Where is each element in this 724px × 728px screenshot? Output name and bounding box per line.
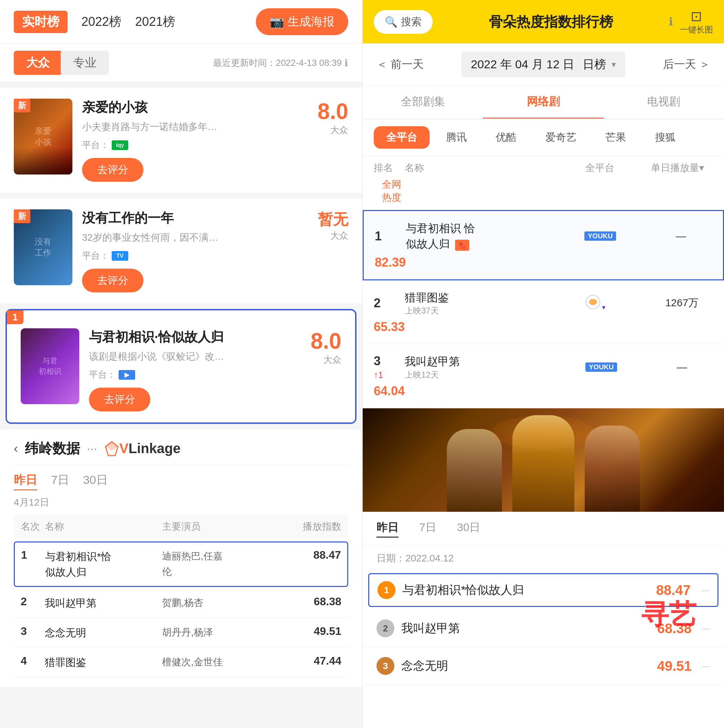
show-score-block-1: 8.0 大众: [318, 99, 348, 136]
rank-days-2: 上映37天: [405, 305, 582, 316]
search-button[interactable]: 🔍 搜索: [374, 10, 433, 34]
rank-show-title-3: 我叫赵甲第: [405, 354, 582, 369]
ranking-list-item-1: 1 与君初相识*恰似故人归 88.47 —: [368, 573, 718, 607]
list-trend-1: —: [701, 585, 709, 595]
ranking-list: 1 与君初相识*恰似故人归 88.47 — 2 我叫赵甲第 68.38 — 寻艺…: [363, 570, 724, 685]
audience-tab-public[interactable]: 大众: [14, 51, 62, 75]
rank-col-platform: 全平台: [585, 161, 648, 174]
cat-tab-web[interactable]: 网络剧: [483, 86, 603, 119]
new-badge-2: 新: [14, 210, 31, 223]
vlinkage-back-button[interactable]: ‹: [14, 441, 18, 456]
right-info-icon[interactable]: ℹ: [669, 15, 673, 28]
rank-num-2: 2: [374, 296, 401, 310]
ranking-row-2: 2 猎罪图鉴 上映37天 ▾ 1267万 65.33: [363, 280, 724, 344]
generate-poster-button[interactable]: 📷 生成海报: [256, 8, 348, 35]
cat-tab-tv[interactable]: 电视剧: [604, 86, 724, 119]
ranking-list-item-3: 3 念念无明 49.51 —: [363, 647, 724, 685]
col-name: 名称: [45, 520, 159, 533]
vl-rank-2: 2: [21, 595, 41, 608]
time-tab-30days[interactable]: 30日: [457, 520, 481, 538]
rank-platform-2: ▾: [585, 295, 648, 311]
vl-name-4: 猎罪图鉴: [45, 655, 159, 670]
next-day-button[interactable]: 后一天 ＞: [663, 57, 710, 72]
vl-tab-yesterday[interactable]: 昨日: [14, 472, 37, 490]
audience-tabs: 大众 专业 最近更新时间：2022-4-13 08:39 ℹ: [0, 44, 362, 82]
vl-score-4: 47.44: [279, 655, 341, 667]
right-panel-title: 骨朵热度指数排行榜: [440, 12, 662, 31]
show-info-2: 没有工作的一年 32岁的事业女性何雨，因不满… 平台：TV 去评分: [82, 210, 308, 292]
nav-tab-2022[interactable]: 2022榜: [81, 14, 121, 31]
rank-show-title-1: 与君初相识 恰似故人归 🔖: [406, 221, 581, 252]
vl-rank-3: 3: [21, 625, 41, 638]
audience-label-2: 大众: [330, 230, 348, 242]
show-info-1: 亲爱的小孩 小夫妻肖路与方一诺结婚多年… 平台：iqy 去评分: [82, 99, 308, 182]
nav-tab-realtime[interactable]: 实时榜: [14, 11, 67, 33]
list-score-1: 88.47: [656, 583, 690, 598]
vlinkage-title: 纬岭数据: [25, 439, 80, 458]
audience-tab-pro[interactable]: 专业: [61, 51, 109, 75]
vl-actors-3: 胡丹丹,杨泽: [162, 625, 276, 641]
cat-tab-all[interactable]: 全部剧集: [363, 86, 483, 119]
right-panel: 🔍 搜索 骨朵热度指数排行榜 ℹ ⊡ 一键长图 ＜ 前一天 2022 年 04 …: [362, 0, 724, 728]
col-score: 播放指数: [279, 520, 341, 533]
plat-tab-mango[interactable]: 芒果: [593, 126, 638, 148]
show-title-2: 没有工作的一年: [82, 210, 308, 227]
tv-icon: TV: [112, 251, 128, 261]
nav-tab-2021[interactable]: 2021榜: [135, 14, 175, 31]
list-trend-2: —: [702, 624, 710, 633]
plat-tab-tencent[interactable]: 腾讯: [434, 126, 479, 148]
list-score-2: 68.38: [657, 621, 692, 636]
show-card-1: 新 亲爱小孩 亲爱的小孩 小夫妻肖路与方一诺结婚多年… 平台：iqy 去评分 8…: [0, 87, 362, 193]
time-tab-7days[interactable]: 7日: [419, 520, 437, 538]
vlinkage-table-header: 名次 名称 主要演员 播放指数: [14, 514, 348, 539]
plat-tab-youku[interactable]: 优酷: [483, 126, 529, 148]
vl-tab-30days[interactable]: 30日: [83, 472, 108, 490]
show-platform-3: 平台：▶: [89, 369, 301, 381]
plat-tab-iqiyi[interactable]: 爱奇艺: [533, 126, 589, 148]
list-show-title-3: 念念无明: [401, 658, 650, 674]
show-score-3: 8.0: [311, 328, 341, 354]
top-nav: 实时榜 2022榜 2021榜 📷 生成海报: [0, 0, 362, 44]
list-rank-1: 1: [377, 581, 396, 599]
update-time: 最近更新时间：2022-4-13 08:39: [213, 57, 342, 69]
info-icon: ℹ: [344, 57, 348, 69]
export-icon: ⊡: [690, 8, 702, 24]
rank-col-views[interactable]: 单日播放量▾: [651, 161, 713, 174]
vl-actors-1: 迪丽热巴,任嘉伦: [162, 549, 275, 580]
rank-views-1: —: [650, 230, 712, 242]
rate-button-1[interactable]: 去评分: [82, 158, 144, 182]
time-tab-yesterday[interactable]: 昨日: [376, 520, 399, 538]
vl-score-1: 88.47: [279, 549, 341, 561]
rank-platform-3: YOUKU: [585, 362, 648, 372]
rank-arrow-up-3: ↑1: [374, 370, 383, 380]
rank-show-title-2: 猎罪图鉴: [405, 290, 582, 306]
col-rank: 名次: [21, 520, 41, 533]
camera-icon: 📷: [270, 15, 284, 29]
youku-icon: ▶: [119, 370, 135, 380]
date-navigation: ＜ 前一天 2022 年 04 月 12 日 日榜 ▾ 后一天 ＞: [363, 43, 724, 86]
prev-day-button[interactable]: ＜ 前一天: [376, 57, 424, 72]
vlinkage-brand: VLinkage: [104, 441, 181, 456]
list-rank-2: 2: [376, 619, 394, 637]
vl-row-2: 2 我叫赵甲第 贺鹏,杨杏 68.38: [14, 588, 348, 618]
date-selector[interactable]: 2022 年 04 月 12 日 日榜 ▾: [461, 52, 626, 77]
export-button[interactable]: ⊡ 一键长图: [680, 8, 713, 35]
show-title-1: 亲爱的小孩: [82, 99, 308, 116]
plat-tab-all[interactable]: 全平台: [374, 126, 429, 148]
time-tabs: 昨日 7日 30日: [363, 512, 724, 546]
ranking-row-3: 3 ↑1 我叫赵甲第 上映12天 YOUKU — 64.04: [363, 344, 724, 408]
vlinkage-diamond-icon: [104, 441, 119, 456]
list-rank-3: 3: [376, 657, 394, 675]
vlinkage-header: ‹ 纬岭数据 ··· VLinkage: [14, 439, 348, 465]
plat-tab-sohu[interactable]: 搜狐: [643, 126, 688, 148]
rate-button-2[interactable]: 去评分: [82, 269, 144, 292]
rank-show-info-3: 我叫赵甲第 上映12天: [405, 354, 582, 380]
vlinkage-tabs: 昨日 7日 30日: [14, 472, 348, 490]
rank-col-rank: 排名: [374, 161, 401, 174]
rate-button-3[interactable]: 去评分: [89, 388, 150, 411]
vl-tab-7days[interactable]: 7日: [51, 472, 69, 490]
list-trend-3: —: [702, 661, 710, 671]
audience-label-3: 大众: [323, 354, 341, 366]
show-card-2: 新 没有工作 没有工作的一年 32岁的事业女性何雨，因不满… 平台：TV 去评分…: [0, 198, 362, 303]
vlinkage-more-button[interactable]: ···: [87, 441, 97, 456]
